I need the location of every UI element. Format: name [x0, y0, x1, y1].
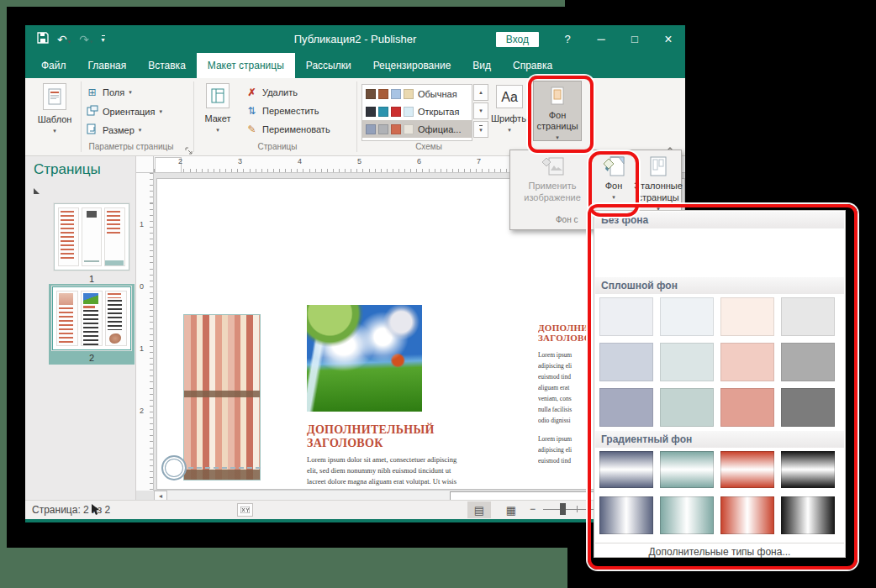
gradient-swatch[interactable]: [599, 451, 653, 488]
two-page-view-button[interactable]: ▦: [499, 501, 523, 518]
solid-swatch[interactable]: [720, 343, 774, 381]
more-background-types-link[interactable]: Дополнительные типы фона...: [595, 546, 844, 558]
scheme-color-chip: [404, 89, 414, 99]
menu-background[interactable]: Фон ▾: [594, 155, 633, 203]
dropdown-arrow-icon: ▾: [612, 192, 615, 203]
quick-access-toolbar: ↶▾ ↷▾ ▾: [25, 32, 105, 47]
solid-swatch[interactable]: [660, 343, 714, 381]
page-background-button[interactable]: Фон страницы ▾: [533, 81, 582, 141]
rename-icon: ✎: [245, 123, 258, 135]
object-position-icon[interactable]: [237, 503, 253, 517]
layout-button[interactable]: Макет ▾: [198, 83, 237, 135]
group-label-page-setup: Параметры страницы: [81, 142, 182, 151]
pages-panel-title: Страницы: [34, 161, 101, 178]
window-bottom-edge: [25, 519, 685, 522]
background-fill-icon: [601, 155, 626, 180]
tab-view[interactable]: Вид: [462, 53, 502, 78]
scheme-row-common[interactable]: Обычная: [362, 85, 472, 102]
fonts-button[interactable]: Aa Шрифты ▾: [491, 85, 528, 135]
tab-review[interactable]: Рецензирование: [362, 53, 462, 78]
article-body[interactable]: Lorem ipsum dolor sit amet, consectetuer…: [307, 454, 458, 487]
section-no-fill: Без фона: [595, 212, 844, 228]
zoom-out-icon[interactable]: −: [530, 503, 536, 515]
gradient-swatch[interactable]: [720, 496, 774, 534]
tab-mailings[interactable]: Рассылки: [295, 53, 362, 78]
dropdown-arrow-icon: ▾: [556, 132, 559, 143]
schemes-scroll-down-icon[interactable]: ▾: [473, 102, 488, 119]
solid-swatch[interactable]: [720, 297, 774, 336]
scheme-color-chip: [391, 107, 401, 117]
customize-qat-icon[interactable]: ▾: [102, 35, 105, 44]
gradient-swatch[interactable]: [599, 496, 653, 534]
collapse-pages-icon[interactable]: [34, 188, 40, 194]
tab-home[interactable]: Главная: [77, 53, 138, 78]
ribbon-tabs: Файл Главная Вставка Макет страницы Расс…: [25, 53, 685, 78]
minimize-button[interactable]: ─: [584, 25, 618, 53]
tab-help[interactable]: Справка: [502, 53, 563, 78]
collapse-ribbon-icon[interactable]: [666, 141, 674, 150]
size-button[interactable]: Размер▾: [86, 123, 141, 137]
solid-swatch[interactable]: [781, 388, 835, 427]
solid-swatch[interactable]: [599, 297, 653, 336]
undo-icon[interactable]: ↶▾: [57, 33, 71, 46]
page-thumbnail-1[interactable]: [54, 203, 129, 270]
maximize-button[interactable]: □: [618, 25, 652, 53]
landscape-image[interactable]: [307, 305, 422, 412]
save-icon[interactable]: [37, 32, 49, 47]
gradient-swatch[interactable]: [720, 451, 774, 488]
solid-swatch[interactable]: [599, 388, 653, 427]
delete-icon: ✗: [245, 87, 258, 98]
solid-swatch[interactable]: [720, 388, 774, 427]
article-heading[interactable]: ДОПОЛНИТЕЛЬНЫЙ ЗАГОЛОВОК: [307, 423, 454, 450]
scheme-color-chip: [404, 124, 414, 134]
gradient-swatch[interactable]: [660, 451, 714, 488]
scheme-color-chip: [366, 124, 376, 134]
article-right[interactable]: ДОПОЛНИТЕЛЬНЫЙ ЗАГОЛОВОК Lorem ipsum adi…: [538, 323, 591, 490]
single-page-view-button[interactable]: ▤: [467, 501, 491, 518]
solid-swatch[interactable]: [660, 388, 714, 427]
article-right-heading: ДОПОЛНИТЕЛЬНЫЙ ЗАГОЛОВОК: [538, 323, 591, 343]
section-solid: Сплошной фон: [595, 277, 844, 294]
move-page-button[interactable]: ⇅ Переместить: [245, 105, 319, 117]
rename-page-button[interactable]: ✎ Переименовать: [245, 123, 330, 135]
solid-swatch[interactable]: [599, 343, 653, 381]
schemes-more-icon[interactable]: ▾: [473, 121, 488, 138]
signin-button[interactable]: Вход: [496, 32, 539, 47]
gradient-swatch[interactable]: [660, 496, 714, 534]
menu-master-pages[interactable]: Эталонные страницы ▾: [635, 155, 682, 215]
scheme-row-official[interactable]: Официа...: [362, 120, 472, 138]
schemes-scroll-up-icon[interactable]: ▴: [473, 84, 488, 101]
orientation-icon: [86, 105, 98, 118]
fold-dashed-line: [188, 467, 261, 469]
no-fill-swatch[interactable]: [595, 228, 844, 277]
orientation-button[interactable]: Ориентация▾: [86, 105, 162, 118]
tab-file[interactable]: Файл: [30, 53, 77, 78]
tab-page-layout[interactable]: Макет страницы: [197, 53, 295, 78]
solid-swatch[interactable]: [660, 297, 714, 336]
bookshelf-image[interactable]: [183, 314, 261, 480]
group-label-pages: Страницы: [210, 142, 345, 151]
template-button[interactable]: Шаблон ▾: [32, 83, 77, 136]
margins-icon: ⊞: [86, 87, 98, 98]
scheme-row-open[interactable]: Открытая: [362, 102, 472, 120]
dropdown-arrow-icon: ▾: [508, 124, 511, 135]
delete-page-button[interactable]: ✗ Удалить: [245, 87, 298, 98]
background-gallery-panel: Без фона Сплошной фон Градиентный фон До…: [594, 210, 846, 558]
gradient-swatch[interactable]: [781, 451, 835, 488]
close-button[interactable]: ×: [652, 25, 685, 53]
margins-button[interactable]: ⊞ Поля▾: [86, 87, 132, 98]
solid-swatch[interactable]: [781, 297, 835, 336]
vertical-ruler: 1 0 1 2: [136, 173, 154, 491]
dropdown-arrow-icon: ▾: [216, 124, 219, 135]
zoom-slider-thumb[interactable]: [560, 503, 566, 515]
help-button[interactable]: ?: [551, 25, 584, 53]
page-number-2: 2: [49, 353, 135, 363]
menu-group-label: Фон с: [556, 215, 578, 224]
scheme-color-chip: [378, 124, 388, 134]
gradient-swatch[interactable]: [781, 496, 835, 534]
page-thumbnail-2[interactable]: [52, 286, 131, 350]
solid-swatch[interactable]: [781, 343, 835, 381]
tab-insert[interactable]: Вставка: [137, 53, 197, 78]
ruler-corner: [136, 156, 154, 173]
frame-left: [0, 0, 7, 588]
